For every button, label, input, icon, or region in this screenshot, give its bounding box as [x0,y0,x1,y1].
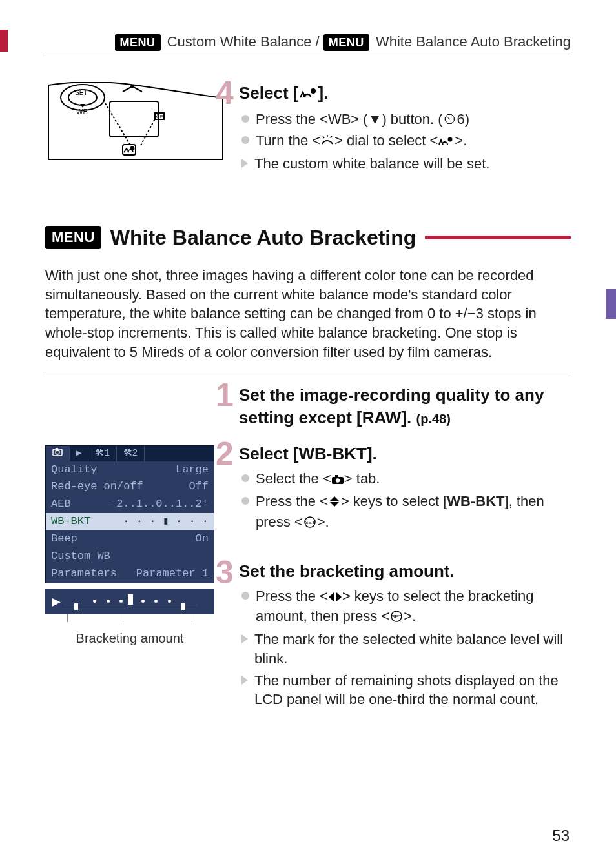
svg-point-13 [56,450,59,454]
lcd-row: Custom WB [46,548,214,565]
step-2-title: Select [WB-BKT]. [239,443,571,465]
bracket-caption-wrap: Bracketing amount [45,614,214,647]
lcd-tab-setup2: 🛠2 [117,446,145,461]
header-red-tab [0,30,8,52]
step-2-row: ▶ 🛠1 🛠2 QualityLargeRed-eye on/offOffAEB… [45,443,571,712]
custom-wb-icon [299,83,318,106]
lcd-tab-shoot [46,446,70,461]
step-2-bullet-1: Select the <> tab. [241,469,571,490]
step-number-4: 4 [216,77,234,109]
svg-text:SET: SET [305,520,315,525]
step-3-title: Set the bracketing amount. [239,560,571,583]
svg-text:SET: SET [75,89,87,96]
up-down-keys-icon [328,493,341,512]
lcd-row: Red-eye on/offOff [46,478,214,496]
lcd-row: AEB⁻2..1..0..1..2⁺ [46,496,214,513]
wb-label: WB [328,111,351,127]
step-3-bullet-1: Press the <> keys to select the bracketi… [241,587,571,627]
lcd-row: QualityLarge [46,461,214,479]
lcd-menu-illustration: ▶ 🛠1 🛠2 QualityLargeRed-eye on/offOffAEB… [45,445,214,584]
set-button-icon: SET [389,608,404,627]
section-rule [425,236,571,239]
camera-top-illustration: SET WB CF [45,82,226,185]
lcd-tab-play: ▶ [70,446,88,461]
step-3-bullet-2: The mark for the selected white balance … [241,630,571,668]
down-triangle-icon: ▼ [368,111,382,127]
step-1-row: 1 Set the image-recording quality to any… [45,384,571,433]
step-number-3: 3 [216,556,234,589]
step-4-bullet-3: The custom white balance will be set. [241,154,571,174]
intro-paragraph: With just one shot, three images having … [45,266,571,361]
step-number-1: 1 [216,379,234,411]
page-ref: (p.48) [416,412,450,426]
menu-pill: MENU [323,34,369,51]
lcd-row: ParametersParameter 1 [46,565,214,583]
section-title: White Balance Auto Bracketing [110,224,416,252]
section-heading: MENU White Balance Auto Bracketing [45,224,571,252]
svg-rect-14 [56,448,58,450]
bracketing-amount-caption: Bracketing amount [45,614,214,647]
step-3-bullet-3: The number of remaining shots displayed … [241,671,571,709]
wb-bkt-bold: WB-BKT [447,493,504,509]
header-text-2: White Balance Auto Bracketing [372,34,571,50]
svg-point-11 [448,137,453,142]
divider [45,372,571,372]
lcd-row: WB-BKT· · · ▮ · · · [46,513,214,530]
step-1-title: Set the image-recording quality to any s… [239,384,571,429]
step-4-bullet-2: Turn the <> dial to select <>. [241,131,571,152]
lcd-row: BeepOn [46,530,214,548]
lcd-tab-setup1: 🛠1 [88,446,116,461]
section-color-tab [606,289,616,319]
custom-wb-icon [438,132,455,152]
header-text-1: Custom White Balance / [163,34,323,50]
play-icon: ▶ [52,594,61,609]
page-header: MENU Custom White Balance / MENU White B… [45,32,571,56]
menu-pill: MENU [45,226,101,249]
main-dial-icon [320,132,334,152]
step-number-2: 2 [216,438,234,470]
step-4-row: SET WB CF [45,82,571,185]
set-button-icon: SET [303,514,317,533]
svg-text:WB: WB [76,108,88,116]
svg-rect-17 [335,475,338,478]
camera-tab-icon [331,470,344,490]
svg-point-10 [311,88,316,94]
step-4-title: Select []. [239,82,571,106]
step-2-bullet-2: Press the <> keys to select [WB-BKT], th… [241,492,571,532]
menu-pill: MENU [115,34,161,51]
svg-point-16 [336,478,340,482]
step-4-bullet-1: Press the <WB> (▼) button. (⏲6) [241,110,571,129]
svg-point-9 [131,146,134,150]
page-number: 53 [552,825,570,846]
svg-rect-4 [110,101,158,137]
left-right-keys-icon [328,588,342,607]
bracketing-scale-illustration: ▶ [45,589,214,614]
svg-point-7 [131,85,134,88]
timer-icon: ⏲6 [443,111,465,127]
svg-text:SET: SET [392,614,402,620]
